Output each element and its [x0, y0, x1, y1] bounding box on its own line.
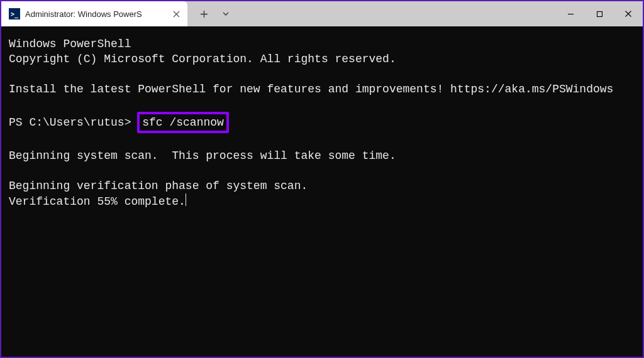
typed-command-highlight: sfc /scannow: [137, 112, 229, 133]
output-line-2: Beginning verification phase of system s…: [9, 180, 308, 192]
tab-dropdown-button[interactable]: [216, 1, 235, 26]
ps-install-notice: Install the latest PowerShell for new fe…: [9, 83, 613, 95]
output-line-1: Beginning system scan. This process will…: [9, 149, 396, 162]
tabbar-rest: [187, 1, 556, 26]
terminal-output[interactable]: Windows PowerShell Copyright (C) Microso…: [1, 26, 643, 357]
cursor-icon: [186, 193, 186, 206]
close-tab-button[interactable]: [171, 9, 181, 19]
window: >_ Administrator: Windows PowerS: [1, 1, 643, 357]
new-tab-button[interactable]: [191, 1, 216, 26]
powershell-icon: >_: [9, 8, 20, 19]
close-button[interactable]: [614, 1, 643, 26]
minimize-button[interactable]: [556, 1, 585, 26]
svg-rect-0: [597, 11, 602, 16]
maximize-button[interactable]: [585, 1, 614, 26]
ps-header-1: Windows PowerShell: [9, 38, 131, 50]
ps-header-2: Copyright (C) Microsoft Corporation. All…: [9, 53, 396, 65]
window-controls: [556, 1, 643, 26]
tab-active[interactable]: >_ Administrator: Windows PowerS: [1, 1, 187, 26]
titlebar: >_ Administrator: Windows PowerS: [1, 1, 643, 26]
output-line-3: Verification 55% complete.: [9, 195, 186, 208]
tab-title: Administrator: Windows PowerS: [25, 9, 166, 19]
prompt: PS C:\Users\rutus>: [9, 116, 138, 129]
